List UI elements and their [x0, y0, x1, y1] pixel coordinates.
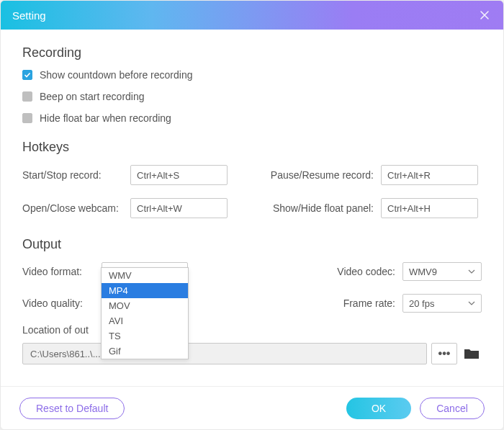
pause-resume-input[interactable] [381, 165, 478, 185]
frame-rate-label: Frame rate: [330, 297, 402, 309]
webcam-label: Open/Close webcam: [22, 202, 130, 214]
format-option-ts[interactable]: TS [102, 328, 188, 344]
ok-button[interactable]: OK [346, 398, 411, 419]
hotkeys-grid: Start/Stop record: Pause/Resume record: … [22, 165, 482, 218]
format-option-mov[interactable]: MOV [102, 298, 188, 313]
video-codec-combo[interactable]: WMV9 [402, 262, 482, 281]
chevron-down-icon [468, 301, 475, 305]
beep-checkbox-row[interactable]: Beep on start recording [22, 91, 482, 102]
beep-label: Beep on start recording [40, 91, 145, 102]
cancel-button[interactable]: Cancel [420, 398, 485, 419]
video-format-label: Video format: [22, 266, 102, 277]
start-stop-input[interactable] [130, 165, 228, 185]
close-icon [480, 10, 490, 20]
hidefloat-checkbox[interactable] [22, 113, 32, 123]
hotkeys-section: Hotkeys Start/Stop record: Pause/Resume … [22, 140, 482, 218]
output-section: Output Video format: WMV Video codec: WM… [22, 237, 482, 364]
output-path-input[interactable] [22, 343, 427, 364]
format-option-mp4[interactable]: MP4 [102, 283, 188, 298]
webcam-input[interactable] [130, 198, 228, 218]
frame-rate-combo[interactable]: 20 fps [402, 294, 482, 313]
location-label: Location of out [22, 324, 482, 336]
hidefloat-checkbox-row[interactable]: Hide float bar when recording [22, 112, 482, 124]
video-codec-value: WMV9 [409, 266, 437, 277]
countdown-checkbox[interactable] [22, 70, 32, 80]
countdown-label: Show countdown before recording [40, 69, 192, 81]
format-option-avi[interactable]: AVI [102, 313, 188, 328]
beep-checkbox[interactable] [22, 91, 32, 102]
recording-heading: Recording [22, 45, 482, 61]
folder-icon [464, 347, 480, 360]
close-button[interactable] [477, 8, 492, 22]
settings-window: Setting Recording Show countdown before … [0, 0, 504, 430]
float-panel-label: Show/Hide float panel: [266, 202, 381, 214]
content-area: Recording Show countdown before recordin… [1, 30, 503, 386]
countdown-checkbox-row[interactable]: Show countdown before recording [22, 69, 482, 81]
video-quality-label: Video quality: [22, 297, 102, 309]
chevron-down-icon [468, 269, 475, 274]
video-format-dropdown: WMV MP4 MOV AVI TS Gif [101, 267, 189, 359]
open-folder-button[interactable] [462, 343, 482, 364]
start-stop-label: Start/Stop record: [22, 169, 130, 181]
path-row: ••• [22, 343, 482, 364]
output-heading: Output [22, 237, 482, 252]
titlebar: Setting [1, 1, 503, 30]
video-codec-label: Video codec: [330, 266, 402, 277]
window-title: Setting [12, 9, 477, 22]
output-grid: Video format: WMV Video codec: WMV9 Vide… [22, 262, 482, 313]
float-panel-input[interactable] [381, 198, 478, 218]
format-option-gif[interactable]: Gif [102, 344, 188, 359]
check-icon [24, 71, 31, 79]
hotkeys-heading: Hotkeys [22, 140, 482, 155]
frame-rate-value: 20 fps [409, 298, 434, 309]
footer: Reset to Default OK Cancel [1, 386, 503, 429]
hidefloat-label: Hide float bar when recording [40, 112, 171, 124]
format-option-wmv[interactable]: WMV [102, 268, 188, 283]
pause-resume-label: Pause/Resume record: [266, 169, 381, 181]
reset-button[interactable]: Reset to Default [19, 398, 125, 419]
browse-button[interactable]: ••• [431, 343, 457, 364]
